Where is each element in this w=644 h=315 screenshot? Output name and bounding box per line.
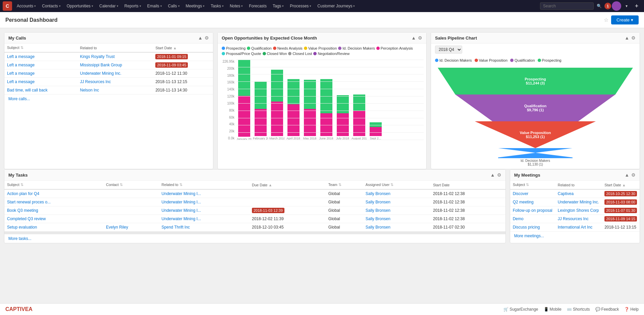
meeting-related-link[interactable]: Captivea <box>558 191 574 196</box>
call-subject-link[interactable]: Left a message <box>7 71 35 76</box>
nav-calendar[interactable]: Calendar ▾ <box>97 2 121 10</box>
meetings-col-subject[interactable]: Subject ⇅ <box>510 181 555 189</box>
calls-more-link[interactable]: More calls... <box>4 94 213 103</box>
tasks-col-related[interactable]: Related to ⇅ <box>159 181 249 189</box>
calls-settings-button[interactable]: ⚙ <box>205 35 209 41</box>
calls-collapse-button[interactable]: ▲ <box>198 35 203 41</box>
nav-forecasts[interactable]: Forecasts <box>246 2 269 10</box>
call-subject-link[interactable]: Left a message <box>7 79 35 84</box>
create-button[interactable]: Create ▾ <box>611 15 639 24</box>
meetings-more-link[interactable]: More meetings... <box>510 232 640 240</box>
status-badge: 2018-11-09 03:45 <box>155 62 188 68</box>
tasks-col-subject[interactable]: Subject ⇅ <box>4 181 103 189</box>
task-subject-link[interactable]: Completed Q3 review <box>7 216 46 221</box>
nav-accounts[interactable]: Accounts ▾ <box>14 2 39 10</box>
bar-segment-pink <box>238 96 250 137</box>
search-icon-button[interactable]: 🔍 <box>594 1 604 11</box>
nav-opportunities[interactable]: Opportunities ▾ <box>64 2 96 10</box>
funnel-container: Prospecting$11,244 (3)Qualification$9,79… <box>431 65 640 169</box>
tasks-settings-button[interactable]: ⚙ <box>497 172 501 178</box>
tasks-col-due[interactable]: Due Date ▲ <box>249 181 326 189</box>
task-assigned-link[interactable]: Sally Bronsen <box>366 191 390 196</box>
call-related-link[interactable]: JJ Resources Inc <box>80 79 111 84</box>
meeting-subject-link[interactable]: Follow-up on proposal <box>513 208 552 213</box>
tasks-col-team[interactable]: Team ⇅ <box>326 181 363 189</box>
calls-col-subject[interactable]: Subject ⇅ <box>4 44 77 52</box>
call-subject-link[interactable]: Bad time, will call back <box>7 88 48 92</box>
task-subject-link[interactable]: Start renewal proces o... <box>7 200 51 204</box>
pipeline-collapse-button[interactable]: ▲ <box>625 35 629 41</box>
nav-emails[interactable]: Emails ▾ <box>145 2 165 10</box>
notification-badge[interactable]: 1 <box>604 3 611 9</box>
legend-dot <box>338 47 341 50</box>
favorite-button[interactable]: ☆ <box>604 17 608 23</box>
task-related-link[interactable]: Spend Thrift Inc <box>162 225 190 230</box>
user-avatar[interactable] <box>612 1 621 11</box>
chart-settings-button[interactable]: ⚙ <box>418 35 422 41</box>
bar-segment-green <box>337 95 349 113</box>
meeting-subject-link[interactable]: Discuss pricing <box>513 225 540 230</box>
task-related-link[interactable]: Underwater Mining I... <box>162 216 201 221</box>
task-assigned-link[interactable]: Sally Bronsen <box>366 216 390 221</box>
pipeline-widget-title: Sales Pipeline Chart <box>435 36 625 41</box>
tasks-col-contact[interactable]: Contact ⇅ <box>103 181 159 189</box>
legend-item: Id. Decision Makers <box>338 46 375 50</box>
meetings-settings-button[interactable]: ⚙ <box>631 172 636 178</box>
call-related-link[interactable]: Mississippi Bank Group <box>80 63 122 67</box>
meeting-related-link[interactable]: Lexington Shores Corp <box>558 208 599 213</box>
nav-reports[interactable]: Reports ▾ <box>122 2 144 10</box>
funnel-segment[interactable]: Value Proposition$11,253 (1) <box>475 121 596 148</box>
funnel-segment[interactable] <box>498 148 572 158</box>
task-contact-link[interactable]: Evelyn Riley <box>106 225 128 230</box>
nav-contacts[interactable]: Contacts ▾ <box>39 2 63 10</box>
tasks-col-assigned[interactable]: Assigned User ⇅ <box>363 181 430 189</box>
meetings-col-related[interactable]: Related to <box>555 181 602 189</box>
nav-calls[interactable]: Calls ▾ <box>165 2 182 10</box>
task-assigned-link[interactable]: Sally Bronsen <box>366 225 390 230</box>
meeting-subject-link[interactable]: Demo <box>513 216 524 221</box>
add-icon[interactable]: + <box>632 1 641 11</box>
meetings-col-date[interactable]: Start Date ▲ <box>602 181 640 189</box>
meeting-related-link[interactable]: JJ Resources Inc <box>558 216 589 221</box>
quarter-select[interactable]: 2018 Q42018 Q32018 Q22018 Q1 <box>435 46 462 54</box>
chart-collapse-button[interactable]: ▲ <box>411 35 416 41</box>
task-related-link[interactable]: Underwater Mining I... <box>162 191 201 196</box>
meeting-related-link[interactable]: International Art Inc <box>558 225 592 230</box>
funnel-segment[interactable]: Prospecting$11,244 (3) <box>438 68 633 94</box>
calls-col-date[interactable]: Start Date ▲ <box>153 44 213 52</box>
task-subject-link[interactable]: Book Q3 meeting <box>7 208 38 213</box>
tasks-collapse-button[interactable]: ▲ <box>490 172 495 178</box>
task-assigned-link[interactable]: Sally Bronsen <box>366 208 390 213</box>
call-related-link[interactable]: Kings Royalty Trust <box>80 54 115 59</box>
task-subject-link[interactable]: Setup evaluation <box>7 225 37 230</box>
call-related-link[interactable]: Underwater Mining Inc. <box>80 71 121 76</box>
funnel-segment[interactable]: Qualification$9,796 (1) <box>455 94 615 121</box>
nav-customer-journeys[interactable]: Customer Journeys ▾ <box>315 2 358 10</box>
task-related-link[interactable]: Underwater Mining I... <box>162 208 201 213</box>
search-input[interactable] <box>540 2 594 10</box>
call-subject-link[interactable]: Left a message <box>7 54 35 59</box>
tasks-scrollbar[interactable] <box>4 232 505 234</box>
nav-processes[interactable]: Processes ▾ <box>287 2 314 10</box>
task-related-link[interactable]: Underwater Mining I... <box>162 200 201 204</box>
tasks-col-start[interactable]: Start Date <box>430 181 505 189</box>
task-assigned-link[interactable]: Sally Bronsen <box>366 200 390 204</box>
tasks-more-link[interactable]: More tasks... <box>4 234 505 243</box>
meeting-subject-link[interactable]: Discover <box>513 191 529 196</box>
nav-tags[interactable]: Tags ▾ <box>270 2 286 10</box>
accounts-arrow-icon: ▾ <box>34 4 36 8</box>
calls-col-related[interactable]: Related to <box>77 44 153 52</box>
meetings-collapse-button[interactable]: ▲ <box>625 172 629 178</box>
funnel-legend-item: Prospecting <box>538 58 561 62</box>
user-menu-icon[interactable]: ▾ <box>622 1 631 11</box>
nav-meetings[interactable]: Meetings ▾ <box>183 2 208 10</box>
nav-notes[interactable]: Notes ▾ <box>227 2 246 10</box>
nav-tasks[interactable]: Tasks ▾ <box>208 2 226 10</box>
meeting-related-link[interactable]: Underwater Mining Inc. <box>558 200 599 204</box>
pipeline-settings-button[interactable]: ⚙ <box>631 35 636 41</box>
task-subject-link[interactable]: Action plan for Q4 <box>7 191 39 196</box>
meeting-subject-link[interactable]: Q2 meeting <box>513 200 534 204</box>
app-logo[interactable]: C <box>3 1 12 11</box>
call-related-link[interactable]: Nelson Inc <box>80 88 99 92</box>
call-subject-link[interactable]: Left a message <box>7 63 35 67</box>
